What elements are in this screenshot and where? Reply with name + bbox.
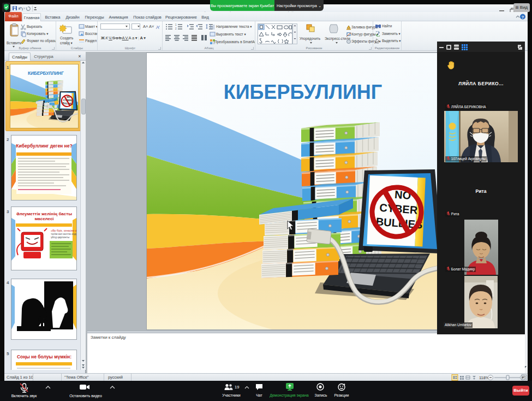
svg-text:?: ? bbox=[522, 15, 524, 20]
svg-text:Әлеуметтік желінің басты: Әлеуметтік желінің басты bbox=[16, 211, 72, 216]
svg-text:1: 1 bbox=[175, 23, 177, 26]
svg-text:Соңы не болуы мүмкін:: Соңы не болуы мүмкін: bbox=[17, 354, 71, 359]
svg-text:19: 19 bbox=[235, 385, 239, 390]
svg-text:үйлд қарлинты: үйлд қарлинты bbox=[51, 235, 70, 239]
svg-text:ﬡ: ﬡ bbox=[156, 24, 160, 30]
svg-text:Кибербуллинг деген не?: Кибербуллинг деген не? bbox=[16, 143, 72, 149]
svg-text:маселесі: маселесі bbox=[34, 216, 53, 221]
svg-text:˅: ˅ bbox=[23, 7, 26, 10]
svg-text:2: 2 bbox=[175, 27, 177, 30]
